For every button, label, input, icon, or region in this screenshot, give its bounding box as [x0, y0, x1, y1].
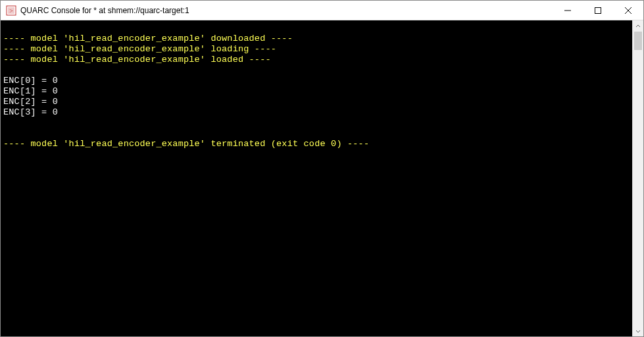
encoder-line: ENC[3] = 0 — [3, 107, 632, 118]
console-output[interactable]: ---- model 'hil_read_encoder_example' do… — [1, 20, 632, 336]
minimize-button[interactable] — [553, 1, 583, 20]
window-title: QUARC Console for * at shmem://quarc-tar… — [20, 6, 553, 15]
scrollbar-track[interactable] — [633, 32, 643, 325]
status-line: ---- model 'hil_read_encoder_example' te… — [3, 139, 632, 149]
svg-text:>: > — [9, 7, 13, 14]
console-container: ---- model 'hil_read_encoder_example' do… — [1, 20, 643, 336]
svg-rect-4 — [595, 7, 601, 13]
app-icon: > — [6, 5, 16, 16]
blank-line — [3, 65, 632, 76]
window-titlebar: > QUARC Console for * at shmem://quarc-t… — [1, 1, 643, 20]
blank-line — [3, 23, 632, 34]
encoder-line: ENC[2] = 0 — [3, 97, 632, 107]
encoder-line: ENC[0] = 0 — [3, 76, 632, 86]
close-button[interactable] — [613, 1, 643, 20]
encoder-line: ENC[1] = 0 — [3, 86, 632, 97]
status-line: ---- model 'hil_read_encoder_example' lo… — [3, 44, 632, 55]
blank-line — [3, 118, 632, 128]
maximize-button[interactable] — [583, 1, 613, 20]
status-line: ---- model 'hil_read_encoder_example' lo… — [3, 55, 632, 65]
vertical-scrollbar[interactable] — [632, 20, 643, 336]
blank-line — [3, 128, 632, 139]
window-controls — [553, 1, 643, 20]
scroll-up-arrow-icon[interactable] — [633, 20, 643, 32]
scrollbar-thumb[interactable] — [634, 32, 642, 50]
scroll-down-arrow-icon[interactable] — [633, 325, 643, 336]
status-line: ---- model 'hil_read_encoder_example' do… — [3, 34, 632, 44]
